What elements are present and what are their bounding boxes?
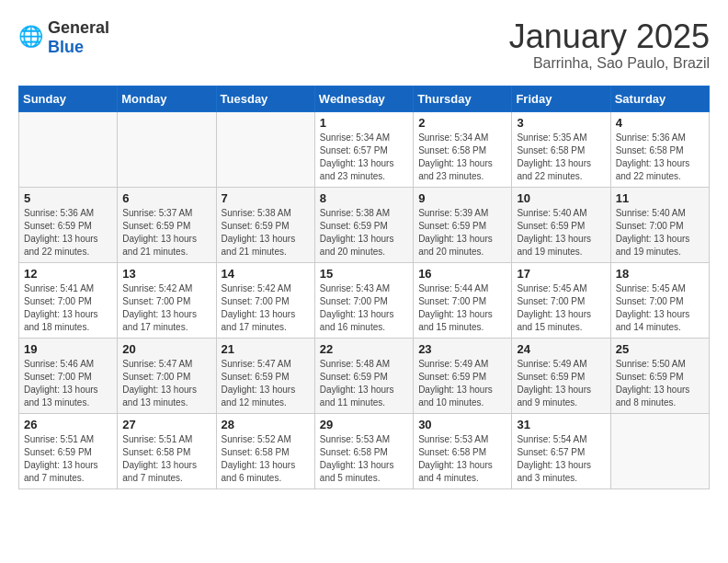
day-info: Sunrise: 5:46 AM Sunset: 7:00 PM Dayligh… [24,358,112,409]
day-info: Sunrise: 5:35 AM Sunset: 6:58 PM Dayligh… [517,132,605,183]
day-number: 16 [418,267,506,281]
day-number: 17 [517,267,605,281]
day-number: 26 [24,418,112,431]
day-number: 15 [320,267,408,281]
calendar-cell: 2Sunrise: 5:34 AM Sunset: 6:58 PM Daylig… [414,111,512,187]
day-info: Sunrise: 5:51 AM Sunset: 6:58 PM Dayligh… [122,433,210,485]
day-number: 27 [122,418,210,431]
day-info: Sunrise: 5:45 AM Sunset: 7:00 PM Dayligh… [517,282,605,334]
calendar-cell: 29Sunrise: 5:53 AM Sunset: 6:58 PM Dayli… [314,413,413,488]
calendar-cell: 12Sunrise: 5:41 AM Sunset: 7:00 PM Dayli… [19,262,118,338]
day-header-sunday: Sunday [19,86,118,111]
day-info: Sunrise: 5:49 AM Sunset: 6:59 PM Dayligh… [418,358,506,409]
day-header-thursday: Thursday [414,86,512,111]
logo: 🌐 General Blue [18,18,109,57]
calendar-cell: 20Sunrise: 5:47 AM Sunset: 7:00 PM Dayli… [118,338,216,413]
day-info: Sunrise: 5:38 AM Sunset: 6:59 PM Dayligh… [222,207,310,259]
day-info: Sunrise: 5:52 AM Sunset: 6:58 PM Dayligh… [222,433,310,485]
calendar-cell: 15Sunrise: 5:43 AM Sunset: 7:00 PM Dayli… [314,262,413,338]
calendar-cell: 23Sunrise: 5:49 AM Sunset: 6:59 PM Dayli… [414,338,512,413]
calendar-cell [216,111,314,187]
calendar-cell: 1Sunrise: 5:34 AM Sunset: 6:57 PM Daylig… [314,111,413,187]
calendar-cell: 17Sunrise: 5:45 AM Sunset: 7:00 PM Dayli… [512,262,610,338]
day-number: 21 [222,342,310,356]
day-number: 8 [320,191,408,205]
day-number: 10 [517,191,605,205]
day-info: Sunrise: 5:44 AM Sunset: 7:00 PM Dayligh… [418,282,506,334]
calendar-week-4: 19Sunrise: 5:46 AM Sunset: 7:00 PM Dayli… [19,338,710,413]
day-number: 19 [24,342,112,356]
calendar-week-1: 1Sunrise: 5:34 AM Sunset: 6:57 PM Daylig… [19,111,710,187]
subtitle: Barrinha, Sao Paulo, Brazil [509,55,710,72]
calendar-week-5: 26Sunrise: 5:51 AM Sunset: 6:59 PM Dayli… [19,413,710,488]
day-number: 1 [320,116,408,130]
calendar-week-2: 5Sunrise: 5:36 AM Sunset: 6:59 PM Daylig… [19,187,710,262]
day-header-tuesday: Tuesday [216,86,314,111]
day-number: 24 [517,342,605,356]
day-number: 23 [418,342,506,356]
day-number: 11 [616,191,704,205]
day-info: Sunrise: 5:40 AM Sunset: 7:00 PM Dayligh… [616,207,704,259]
day-number: 20 [122,342,210,356]
day-header-saturday: Saturday [610,86,709,111]
day-info: Sunrise: 5:38 AM Sunset: 6:59 PM Dayligh… [320,207,408,259]
day-number: 30 [418,418,506,431]
calendar-cell: 8Sunrise: 5:38 AM Sunset: 6:59 PM Daylig… [314,187,413,262]
day-number: 31 [517,418,605,431]
calendar-cell: 16Sunrise: 5:44 AM Sunset: 7:00 PM Dayli… [414,262,512,338]
calendar-cell: 28Sunrise: 5:52 AM Sunset: 6:58 PM Dayli… [216,413,314,488]
calendar-cell: 31Sunrise: 5:54 AM Sunset: 6:57 PM Dayli… [512,413,610,488]
day-number: 3 [517,116,605,130]
day-info: Sunrise: 5:53 AM Sunset: 6:58 PM Dayligh… [320,433,408,485]
logo-icon: 🌐 [18,25,44,51]
day-number: 7 [222,191,310,205]
day-info: Sunrise: 5:50 AM Sunset: 6:59 PM Dayligh… [616,358,704,409]
day-info: Sunrise: 5:47 AM Sunset: 6:59 PM Dayligh… [222,358,310,409]
calendar-cell: 4Sunrise: 5:36 AM Sunset: 6:58 PM Daylig… [610,111,709,187]
day-number: 6 [122,191,210,205]
day-number: 14 [222,267,310,281]
day-number: 22 [320,342,408,356]
day-info: Sunrise: 5:53 AM Sunset: 6:58 PM Dayligh… [418,433,506,485]
day-number: 5 [24,191,112,205]
day-info: Sunrise: 5:43 AM Sunset: 7:00 PM Dayligh… [320,282,408,334]
calendar-cell: 7Sunrise: 5:38 AM Sunset: 6:59 PM Daylig… [216,187,314,262]
day-header-wednesday: Wednesday [314,86,413,111]
calendar-cell: 19Sunrise: 5:46 AM Sunset: 7:00 PM Dayli… [19,338,118,413]
day-number: 13 [122,267,210,281]
calendar-cell: 6Sunrise: 5:37 AM Sunset: 6:59 PM Daylig… [118,187,216,262]
calendar-cell: 13Sunrise: 5:42 AM Sunset: 7:00 PM Dayli… [118,262,216,338]
header: 🌐 General Blue January 2025 Barrinha, Sa… [18,18,710,72]
calendar-cell: 11Sunrise: 5:40 AM Sunset: 7:00 PM Dayli… [610,187,709,262]
day-info: Sunrise: 5:47 AM Sunset: 7:00 PM Dayligh… [122,358,210,409]
day-number: 25 [616,342,704,356]
calendar-cell [19,111,118,187]
calendar-cell: 3Sunrise: 5:35 AM Sunset: 6:58 PM Daylig… [512,111,610,187]
calendar-cell: 24Sunrise: 5:49 AM Sunset: 6:59 PM Dayli… [512,338,610,413]
day-info: Sunrise: 5:40 AM Sunset: 6:59 PM Dayligh… [517,207,605,259]
day-number: 28 [222,418,310,431]
day-number: 29 [320,418,408,431]
day-number: 9 [418,191,506,205]
calendar-cell: 14Sunrise: 5:42 AM Sunset: 7:00 PM Dayli… [216,262,314,338]
calendar-cell: 26Sunrise: 5:51 AM Sunset: 6:59 PM Dayli… [19,413,118,488]
logo-text-blue: Blue [48,38,84,56]
day-info: Sunrise: 5:34 AM Sunset: 6:58 PM Dayligh… [418,132,506,183]
day-info: Sunrise: 5:41 AM Sunset: 7:00 PM Dayligh… [24,282,112,334]
day-info: Sunrise: 5:42 AM Sunset: 7:00 PM Dayligh… [122,282,210,334]
day-info: Sunrise: 5:36 AM Sunset: 6:59 PM Dayligh… [24,207,112,259]
title-section: January 2025 Barrinha, Sao Paulo, Brazil [509,18,710,72]
day-info: Sunrise: 5:39 AM Sunset: 6:59 PM Dayligh… [418,207,506,259]
calendar-cell: 27Sunrise: 5:51 AM Sunset: 6:58 PM Dayli… [118,413,216,488]
calendar-header-row: SundayMondayTuesdayWednesdayThursdayFrid… [19,86,710,111]
day-info: Sunrise: 5:54 AM Sunset: 6:57 PM Dayligh… [517,433,605,485]
day-number: 12 [24,267,112,281]
calendar-cell: 22Sunrise: 5:48 AM Sunset: 6:59 PM Dayli… [314,338,413,413]
day-info: Sunrise: 5:49 AM Sunset: 6:59 PM Dayligh… [517,358,605,409]
calendar-cell: 30Sunrise: 5:53 AM Sunset: 6:58 PM Dayli… [414,413,512,488]
calendar-cell: 9Sunrise: 5:39 AM Sunset: 6:59 PM Daylig… [414,187,512,262]
day-info: Sunrise: 5:48 AM Sunset: 6:59 PM Dayligh… [320,358,408,409]
day-info: Sunrise: 5:36 AM Sunset: 6:58 PM Dayligh… [616,132,704,183]
day-info: Sunrise: 5:37 AM Sunset: 6:59 PM Dayligh… [122,207,210,259]
day-header-friday: Friday [512,86,610,111]
